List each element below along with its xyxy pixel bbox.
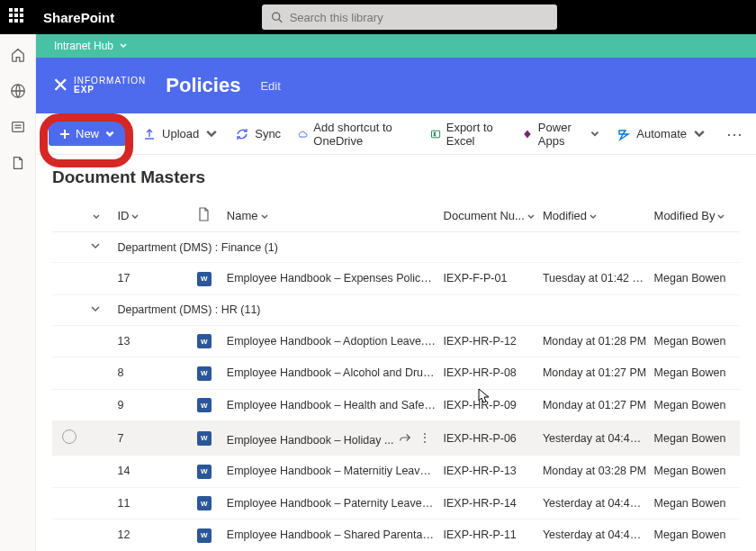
column-header-id[interactable]: ID <box>113 200 193 232</box>
search-input[interactable] <box>290 11 548 24</box>
chevron-down-icon <box>90 303 101 314</box>
cell-name[interactable]: Employee Handbook – Holiday ... ⋮ <box>223 421 440 456</box>
cell-modified: Yesterday at 04:47 PM <box>539 487 651 519</box>
column-header-docnum[interactable]: Document Nu... <box>440 200 539 232</box>
cell-modifiedby: Megan Bowen <box>651 456 740 488</box>
app-launcher-icon[interactable] <box>9 8 27 26</box>
library-title: Policies <box>166 74 240 97</box>
table-row[interactable]: 13 W Employee Handbook – Adoption Leave.… <box>52 325 740 357</box>
table-row[interactable]: 7 W Employee Handbook – Holiday ... ⋮ IE… <box>52 421 740 456</box>
cell-name[interactable]: Employee Handbook – Health and Safety.d.… <box>223 389 440 421</box>
news-icon[interactable] <box>10 119 26 135</box>
cell-id: 14 <box>113 456 193 488</box>
edit-nav-link[interactable]: Edit <box>260 79 280 93</box>
cell-name[interactable]: Employee Handbook – Maternitiy Leave an.… <box>223 456 440 488</box>
chevron-down-icon <box>692 127 706 141</box>
cell-modified: Yesterday at 04:48 PM <box>539 421 651 456</box>
word-doc-icon: W <box>197 496 212 510</box>
cell-modified: Monday at 01:27 PM <box>539 389 651 421</box>
cell-id: 11 <box>113 487 193 519</box>
chevron-down-icon <box>90 240 101 251</box>
cell-modifiedby: Megan Bowen <box>651 325 740 357</box>
word-doc-icon: W <box>197 334 212 348</box>
column-header-name[interactable]: Name <box>223 200 440 232</box>
files-icon[interactable] <box>10 155 26 171</box>
site-logo[interactable]: ✕ INFORMATION EXP <box>52 74 146 97</box>
column-header-modifiedby[interactable]: Modified By <box>651 200 740 232</box>
chevron-down-icon <box>716 212 725 221</box>
expand-all-header[interactable] <box>86 200 114 232</box>
chevron-down-icon <box>590 127 600 141</box>
content-area: Intranet Hub ✕ INFORMATION EXP Policies … <box>36 34 756 551</box>
automate-button[interactable]: Automate <box>616 127 706 141</box>
more-actions-button[interactable]: ⋯ <box>726 124 743 144</box>
cell-modifiedby: Megan Bowen <box>651 487 740 519</box>
cell-id: 12 <box>113 519 193 552</box>
add-shortcut-button[interactable]: Add shortcut to OneDrive <box>297 121 413 148</box>
svg-rect-8 <box>431 131 439 138</box>
row-more-icon[interactable]: ⋮ <box>418 430 431 445</box>
file-icon <box>197 207 210 221</box>
onedrive-icon <box>297 127 308 141</box>
sync-button[interactable]: Sync <box>235 127 281 141</box>
group-header-row[interactable]: Department (DMS) : HR (11) <box>52 294 740 325</box>
powerapps-button[interactable]: Power Apps <box>522 121 600 148</box>
globe-icon[interactable] <box>10 83 26 99</box>
chevron-down-icon <box>204 127 219 141</box>
column-header-type[interactable] <box>194 200 223 232</box>
cell-docnum: IEXP-HR-P-13 <box>440 456 539 488</box>
cell-name[interactable]: Employee Handbook – Expenses Policy and.… <box>223 263 440 295</box>
table-row[interactable]: 14 W Employee Handbook – Maternitiy Leav… <box>52 456 740 488</box>
cell-modified: Monday at 01:28 PM <box>539 325 651 357</box>
plus-icon <box>59 129 70 140</box>
export-excel-button[interactable]: Export to Excel <box>430 121 506 148</box>
cell-modified: Yesterday at 04:47 PM <box>539 519 651 552</box>
chevron-down-icon <box>92 212 101 221</box>
new-button[interactable]: New <box>49 122 126 146</box>
svg-rect-3 <box>12 122 23 132</box>
row-select-circle[interactable] <box>62 429 76 444</box>
logo-text: INFORMATION EXP <box>74 77 146 95</box>
cell-docnum: IEXP-HR-P-06 <box>440 421 539 456</box>
cell-id: 8 <box>113 357 193 390</box>
table-row[interactable]: 12 W Employee Handbook – Shared Parental… <box>52 519 740 552</box>
word-doc-icon: W <box>197 465 212 479</box>
word-doc-icon: W <box>197 398 212 412</box>
svg-line-1 <box>279 19 282 22</box>
word-doc-icon: W <box>197 528 212 543</box>
table-row[interactable]: 8 W Employee Handbook – Alcohol and Drug… <box>52 357 740 390</box>
new-button-label: New <box>76 127 99 140</box>
cell-id: 17 <box>113 263 193 295</box>
chevron-down-icon <box>526 212 536 221</box>
cell-id: 13 <box>113 325 193 357</box>
hub-bar[interactable]: Intranet Hub <box>36 34 756 58</box>
word-doc-icon: W <box>197 366 212 381</box>
share-icon[interactable] <box>399 431 411 444</box>
table-row[interactable]: 11 W Employee Handbook – Paternity Leave… <box>52 487 740 519</box>
cell-name[interactable]: Employee Handbook – Paternity Leave and … <box>223 487 440 519</box>
cell-modifiedby: Megan Bowen <box>651 263 740 295</box>
table-row[interactable]: 9 W Employee Handbook – Health and Safet… <box>52 389 740 421</box>
search-box[interactable] <box>262 5 557 30</box>
automate-icon <box>616 127 631 141</box>
cell-modifiedby: Megan Bowen <box>651 389 740 421</box>
cell-docnum: IEXP-HR-P-11 <box>440 519 539 552</box>
cell-docnum: IEXP-HR-P-08 <box>440 357 539 390</box>
cell-modifiedby: Megan Bowen <box>651 421 740 456</box>
cell-docnum: IEXP-HR-P-14 <box>440 487 539 519</box>
upload-button[interactable]: Upload <box>142 127 219 141</box>
table-row[interactable]: 17 W Employee Handbook – Expenses Policy… <box>52 263 740 295</box>
column-header-modified[interactable]: Modified <box>539 200 651 232</box>
powerapps-icon <box>522 127 533 141</box>
cell-name[interactable]: Employee Handbook – Shared Parental Lea.… <box>223 519 440 552</box>
home-icon[interactable] <box>10 47 26 63</box>
view-title: Document Masters <box>52 167 740 187</box>
column-header-row: ID Name Document Nu... Modified Modified… <box>52 200 740 232</box>
group-header-row[interactable]: Department (DMS) : Finance (1) <box>52 232 740 263</box>
word-doc-icon: W <box>197 431 212 446</box>
cell-name[interactable]: Employee Handbook – Alcohol and Drugs P.… <box>223 357 440 390</box>
cell-name[interactable]: Employee Handbook – Adoption Leave.docx <box>223 325 440 357</box>
chevron-down-icon <box>119 41 128 50</box>
cell-modified: Monday at 03:28 PM <box>539 456 651 488</box>
cell-modifiedby: Megan Bowen <box>651 357 740 390</box>
